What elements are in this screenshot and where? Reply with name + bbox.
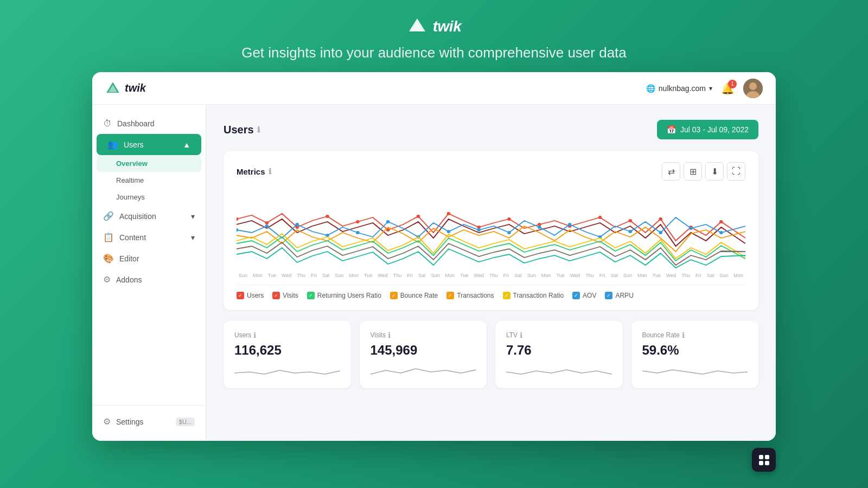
chart-download-button[interactable]: ⬇ bbox=[705, 162, 724, 181]
sidebar-item-acquisition[interactable]: 🔗 Acquisition ▾ bbox=[92, 206, 206, 227]
sidebar-item-content[interactable]: 📋 Content ▾ bbox=[92, 227, 206, 248]
dashboard-icon: ⏱ bbox=[103, 119, 112, 129]
legend-users-checkbox: ✓ bbox=[237, 292, 244, 299]
content-icon: 📋 bbox=[103, 232, 114, 242]
svg-point-19 bbox=[598, 216, 602, 219]
stat-value-visits: 145,969 bbox=[371, 343, 476, 358]
stat-label-users: Users ℹ bbox=[234, 331, 340, 339]
svg-point-5 bbox=[749, 82, 757, 90]
sidebar-label-addons: Addons bbox=[116, 275, 142, 284]
chart-title: Metrics ℹ bbox=[237, 167, 271, 176]
sidebar-label-acquisition: Acquisition bbox=[119, 212, 186, 221]
svg-point-14 bbox=[446, 212, 450, 215]
legend-returning-checkbox: ✓ bbox=[307, 292, 315, 299]
sidebar-bottom: ⚙ Settings $U... bbox=[92, 405, 206, 432]
stat-sparkline-users bbox=[234, 362, 340, 378]
legend-transactions[interactable]: ✓ Transactions bbox=[446, 292, 494, 299]
svg-point-34 bbox=[538, 226, 541, 229]
legend-transaction-ratio-checkbox: ✓ bbox=[503, 292, 510, 299]
notification-button[interactable]: 🔔 1 bbox=[721, 82, 735, 95]
legend-bounce-checkbox: ✓ bbox=[390, 292, 398, 299]
stat-bounce-info-icon[interactable]: ℹ bbox=[682, 331, 685, 339]
sidebar-label-users: Users bbox=[124, 140, 177, 149]
topbar-right: 🌐 nulknbag.com ▾ 🔔 1 bbox=[646, 79, 763, 98]
content-arrow-icon: ▾ bbox=[191, 233, 195, 242]
fab-button[interactable] bbox=[752, 448, 776, 472]
svg-point-7 bbox=[237, 217, 238, 221]
legend-visits[interactable]: ✓ Visits bbox=[272, 292, 298, 299]
svg-point-29 bbox=[386, 220, 390, 223]
svg-point-28 bbox=[356, 231, 360, 234]
acquisition-icon: 🔗 bbox=[103, 211, 114, 221]
legend-bounce[interactable]: ✓ Bounce Rate bbox=[390, 292, 438, 299]
sidebar-item-settings[interactable]: ⚙ Settings $U... bbox=[92, 411, 206, 432]
stat-ltv-info-icon[interactable]: ℹ bbox=[520, 331, 522, 339]
calendar-icon: 📅 bbox=[667, 125, 676, 134]
chart-header: Metrics ℹ ⇄ ⊞ ⬇ ⛶ bbox=[237, 162, 745, 181]
chart-grid-button[interactable]: ⊞ bbox=[684, 162, 702, 181]
stat-value-bounce: 59.6% bbox=[642, 343, 748, 358]
twik-logo-icon bbox=[407, 16, 427, 37]
sidebar: ⏱ Dashboard 👥 Users ▲ Overview Realtime … bbox=[92, 105, 206, 441]
page-title: Users ℹ bbox=[224, 124, 260, 136]
stat-label-bounce: Bounce Rate ℹ bbox=[642, 331, 748, 339]
legend-aov-label: AOV bbox=[583, 292, 596, 299]
stat-card-bounce: Bounce Rate ℹ 59.6% bbox=[631, 321, 759, 388]
sidebar-label-content: Content bbox=[119, 233, 186, 242]
page-header: Users ℹ 📅 Jul 03 - Jul 09, 2022 bbox=[224, 120, 758, 139]
stat-visits-info-icon[interactable]: ℹ bbox=[388, 331, 391, 339]
sidebar-sub-item-realtime[interactable]: Realtime bbox=[92, 172, 206, 189]
topbar-brand-name: twik bbox=[125, 82, 146, 94]
legend-users[interactable]: ✓ Users bbox=[237, 292, 264, 299]
sidebar-item-editor[interactable]: 🎨 Editor bbox=[92, 248, 206, 269]
legend-aov[interactable]: ✓ AOV bbox=[572, 292, 596, 299]
overview-label: Overview bbox=[116, 159, 148, 168]
top-header: twik Get insights into your audience wit… bbox=[241, 0, 627, 72]
stat-ltv-text: LTV bbox=[506, 331, 518, 339]
chart-switch-button[interactable]: ⇄ bbox=[662, 162, 680, 181]
brand-logo: twik bbox=[407, 16, 461, 37]
legend-aov-checkbox: ✓ bbox=[572, 292, 580, 299]
content-area: Users ℹ 📅 Jul 03 - Jul 09, 2022 Metrics … bbox=[206, 105, 776, 441]
sidebar-sub-item-journeys[interactable]: Journeys bbox=[92, 189, 206, 206]
domain-selector[interactable]: 🌐 nulknbag.com ▾ bbox=[646, 84, 712, 93]
sidebar-item-addons[interactable]: ⚙ Addons bbox=[92, 269, 206, 290]
domain-text: nulknbag.com bbox=[659, 84, 706, 93]
legend-arpu-label: ARPU bbox=[615, 292, 633, 299]
svg-point-20 bbox=[628, 219, 632, 222]
settings-label: Settings bbox=[116, 418, 170, 426]
stat-label-ltv: LTV ℹ bbox=[506, 331, 612, 339]
page-title-text: Users bbox=[224, 124, 254, 136]
svg-point-10 bbox=[326, 215, 329, 218]
svg-point-25 bbox=[265, 224, 269, 228]
legend-arpu[interactable]: ✓ ARPU bbox=[605, 292, 633, 299]
chart-legend: ✓ Users ✓ Visits ✓ Returning Users Ratio… bbox=[237, 285, 745, 299]
date-range-button[interactable]: 📅 Jul 03 - Jul 09, 2022 bbox=[657, 120, 758, 139]
sidebar-spacer bbox=[92, 290, 206, 405]
stat-users-info-icon[interactable]: ℹ bbox=[253, 331, 256, 339]
chart-info-icon[interactable]: ℹ bbox=[269, 167, 271, 176]
svg-point-38 bbox=[659, 231, 662, 234]
legend-transaction-ratio-label: Transaction Ratio bbox=[513, 292, 564, 299]
svg-point-40 bbox=[719, 231, 723, 234]
stats-row: Users ℹ 116,625 Visits ℹ 145,9 bbox=[224, 321, 758, 388]
svg-point-37 bbox=[628, 230, 632, 233]
stat-sparkline-ltv bbox=[506, 362, 612, 378]
avatar[interactable] bbox=[743, 79, 763, 98]
stat-value-ltv: 7.76 bbox=[506, 343, 612, 358]
stat-visits-text: Visits bbox=[371, 331, 386, 339]
brand-name: twik bbox=[433, 18, 461, 35]
sidebar-item-users[interactable]: 👥 Users ▲ bbox=[97, 134, 201, 155]
sidebar-item-dashboard[interactable]: ⏱ Dashboard bbox=[92, 113, 206, 134]
metrics-chart-card: Metrics ℹ ⇄ ⊞ ⬇ ⛶ bbox=[224, 151, 758, 310]
sidebar-sub-item-overview[interactable]: Overview bbox=[97, 155, 201, 172]
svg-point-24 bbox=[237, 228, 238, 232]
svg-point-8 bbox=[265, 221, 269, 224]
chart-fullscreen-button[interactable]: ⛶ bbox=[727, 162, 745, 181]
legend-transaction-ratio[interactable]: ✓ Transaction Ratio bbox=[503, 292, 564, 299]
main-layout: ⏱ Dashboard 👥 Users ▲ Overview Realtime … bbox=[92, 105, 776, 441]
legend-returning[interactable]: ✓ Returning Users Ratio bbox=[307, 292, 381, 299]
page-title-info-icon[interactable]: ℹ bbox=[257, 125, 260, 134]
topbar-logo: twik bbox=[105, 81, 646, 96]
sidebar-label-editor: Editor bbox=[119, 254, 139, 263]
